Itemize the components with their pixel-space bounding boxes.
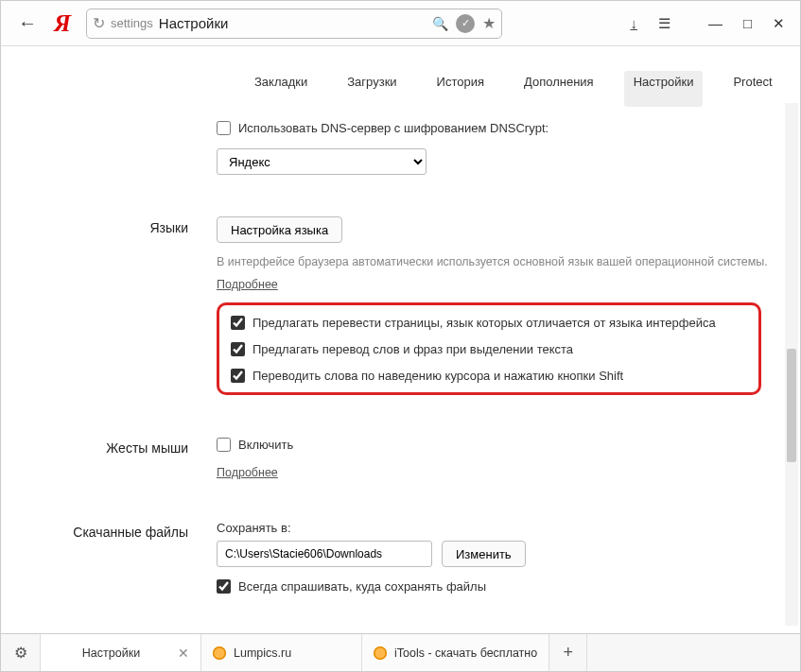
language-more-link[interactable]: Подробнее [217, 278, 278, 291]
section-mouse-gestures: Жесты мыши Включить Подробнее [29, 437, 772, 479]
downloads-icon[interactable]: ↓ [630, 15, 637, 31]
language-settings-button[interactable]: Настройка языка [217, 216, 342, 243]
mouse-gestures-enable-label[interactable]: Включить [217, 437, 772, 454]
nav-back-button[interactable]: ← [10, 7, 44, 41]
tab-title: Настройки [52, 646, 170, 660]
favicon-icon [213, 646, 226, 660]
yandex-logo-icon[interactable]: Я [48, 9, 77, 38]
save-in-label: Сохранять в: [217, 521, 772, 535]
always-ask-checkbox-label[interactable]: Всегда спрашивать, куда сохранять файлы [217, 578, 772, 595]
download-path-input[interactable] [217, 541, 432, 567]
browser-tab-3[interactable]: iTools - скачать бесплатно [362, 634, 549, 671]
section-heading-mouse: Жесты мыши [29, 437, 217, 456]
translate-hover-checkbox[interactable] [231, 369, 245, 383]
browser-tab-1[interactable]: Настройки ✕ [41, 634, 201, 671]
menu-icon[interactable]: ☰ [658, 15, 670, 32]
download-path-change-button[interactable]: Изменить [442, 541, 526, 567]
tab-protect[interactable]: Protect [723, 71, 781, 107]
always-ask-checkbox[interactable] [217, 579, 231, 594]
scrollbar-thumb[interactable] [787, 349, 796, 462]
language-hint: В интерфейсе браузера автоматически испо… [217, 254, 772, 271]
page-scrollbar[interactable] [785, 103, 798, 626]
dnscrypt-checkbox-label[interactable]: Использовать DNS-сервер с шифрованием DN… [217, 120, 772, 137]
window-maximize-button[interactable]: □ [743, 15, 752, 32]
tab-strip-settings-icon[interactable]: ⚙ [1, 634, 41, 671]
mouse-gestures-enable-checkbox[interactable] [217, 438, 231, 452]
browser-tab-2[interactable]: Lumpics.ru [201, 634, 362, 671]
always-ask-text: Всегда спрашивать, куда сохранять файлы [238, 578, 486, 595]
section-dns: Использовать DNS-сервер с шифрованием DN… [29, 120, 772, 216]
translate-pages-checkbox[interactable] [231, 316, 245, 330]
translation-options-highlight: Предлагать перевести страницы, язык кото… [217, 302, 761, 396]
window-minimize-button[interactable]: — [708, 15, 723, 32]
section-languages: Языки Настройка языка В интерфейсе брауз… [29, 216, 772, 395]
tab-extensions[interactable]: Дополнения [514, 71, 603, 107]
address-hint: settings [111, 16, 153, 30]
tab-title: iTools - скачать бесплатно [394, 646, 537, 660]
section-heading-downloads: Скачанные файлы [29, 521, 217, 540]
dns-server-select[interactable]: Яндекс [217, 148, 427, 175]
window-close-button[interactable]: ✕ [773, 15, 785, 32]
address-title: Настройки [159, 15, 427, 31]
tab-settings[interactable]: Настройки [624, 71, 704, 107]
settings-tabs: Закладки Загрузки История Дополнения Нас… [29, 46, 772, 120]
dnscrypt-checkbox-text: Использовать DNS-сервер с шифрованием DN… [238, 120, 549, 137]
translate-selection-checkbox[interactable] [231, 342, 245, 356]
translate-selection-text: Предлагать перевод слов и фраз при выдел… [252, 341, 573, 358]
translate-pages-checkbox-label[interactable]: Предлагать перевести страницы, язык кото… [231, 315, 747, 332]
translate-pages-text: Предлагать перевести страницы, язык кото… [252, 315, 716, 332]
dnscrypt-checkbox[interactable] [217, 121, 231, 135]
tab-bookmarks[interactable]: Закладки [245, 71, 317, 107]
new-tab-button[interactable]: + [549, 634, 587, 671]
mouse-gestures-more-link[interactable]: Подробнее [217, 466, 278, 479]
section-downloads: Скачанные файлы Сохранять в: Изменить Вс… [29, 521, 772, 595]
favicon-icon [374, 646, 387, 660]
settings-page: Закладки Загрузки История Дополнения Нас… [1, 46, 800, 633]
translate-hover-checkbox-label[interactable]: Переводить слова по наведению курсора и … [231, 368, 747, 385]
protect-shield-icon[interactable]: ✓ [456, 14, 475, 33]
section-heading-languages: Языки [29, 216, 217, 235]
tab-title: Lumpics.ru [234, 646, 350, 660]
search-icon[interactable]: 🔍 [432, 16, 448, 31]
translate-hover-text: Переводить слова по наведению курсора и … [252, 368, 623, 385]
tab-history[interactable]: История [427, 71, 494, 107]
address-bar[interactable]: ↻ settings Настройки 🔍 ✓ ★ [86, 9, 502, 39]
tab-downloads[interactable]: Загрузки [338, 71, 406, 107]
translate-selection-checkbox-label[interactable]: Предлагать перевод слов и фраз при выдел… [231, 341, 747, 358]
mouse-gestures-enable-text: Включить [238, 437, 293, 454]
reload-icon[interactable]: ↻ [93, 14, 105, 32]
browser-tab-strip: ⚙ Настройки ✕ Lumpics.ru iTools - скачат… [1, 633, 800, 671]
bookmark-star-icon[interactable]: ★ [482, 14, 496, 32]
browser-chrome: ← Я ↻ settings Настройки 🔍 ✓ ★ ↓ ☰ — □ ✕ [1, 1, 800, 46]
close-icon[interactable]: ✕ [178, 646, 189, 661]
